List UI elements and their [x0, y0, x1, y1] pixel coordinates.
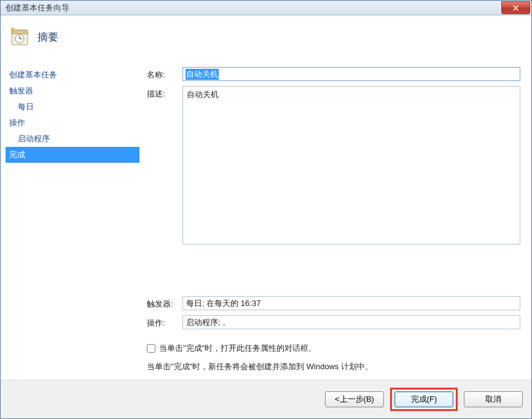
finish-highlight: 完成(F)	[390, 388, 458, 411]
main-panel: 名称: 自动关机 描述: 触发器:	[139, 61, 524, 380]
close-button[interactable]	[501, 1, 530, 14]
sidebar-item-daily[interactable]: 每日	[6, 99, 139, 115]
trigger-value: 每日; 在每天的 16:37	[182, 296, 520, 310]
svg-rect-1	[12, 30, 28, 34]
row-trigger: 触发器: 每日; 在每天的 16:37	[147, 296, 520, 310]
sidebar-item-start-program[interactable]: 启动程序	[6, 131, 139, 147]
wizard-header: 摘要	[1, 15, 531, 61]
action-label: 操作:	[147, 315, 182, 329]
action-value: 启动程序; 。	[182, 315, 520, 329]
page-title: 摘要	[37, 30, 58, 44]
name-input[interactable]: 自动关机	[182, 67, 520, 81]
open-properties-label: 当单击"完成"时，打开此任务属性的对话框。	[159, 343, 316, 354]
finish-button[interactable]: 完成(F)	[394, 391, 453, 407]
sidebar-item-trigger[interactable]: 触发器	[6, 83, 139, 99]
wizard-sidebar: 创建基本任务 触发器 每日 操作 启动程序 完成	[6, 61, 139, 380]
summary-icon	[9, 26, 30, 47]
close-icon	[512, 5, 519, 11]
content-area: 摘要 创建基本任务 触发器 每日 操作 启动程序 完成 名称: 自动关机	[1, 15, 531, 418]
sidebar-item-action[interactable]: 操作	[6, 115, 139, 131]
sidebar-item-finish[interactable]: 完成	[6, 147, 139, 163]
window-title: 创建基本任务向导	[6, 2, 69, 14]
row-action: 操作: 启动程序; 。	[147, 315, 520, 329]
wizard-body: 创建基本任务 触发器 每日 操作 启动程序 完成 名称: 自动关机 描	[1, 61, 531, 380]
titlebar: 创建基本任务向导	[1, 1, 531, 15]
wizard-info-text: 当单击"完成"时，新任务将会被创建并添加到 Windows 计划中。	[147, 361, 520, 372]
open-properties-row: 当单击"完成"时，打开此任务属性的对话框。	[147, 343, 520, 354]
name-value: 自动关机	[186, 69, 219, 80]
sidebar-item-create-task[interactable]: 创建基本任务	[6, 67, 139, 83]
wizard-footer: <上一步(B) 完成(F) 取消	[1, 380, 531, 418]
wizard-window: 创建基本任务向导 摘要 创建	[0, 0, 532, 419]
description-textarea[interactable]	[182, 86, 520, 245]
row-description: 描述:	[147, 86, 520, 246]
trigger-label: 触发器:	[147, 296, 182, 310]
cancel-button[interactable]: 取消	[464, 391, 523, 407]
open-properties-checkbox[interactable]	[147, 344, 155, 353]
svg-point-5	[12, 29, 13, 30]
name-label: 名称:	[147, 67, 182, 80]
back-button[interactable]: <上一步(B)	[325, 391, 384, 407]
row-name: 名称: 自动关机	[147, 67, 520, 81]
desc-label: 描述:	[147, 86, 182, 100]
